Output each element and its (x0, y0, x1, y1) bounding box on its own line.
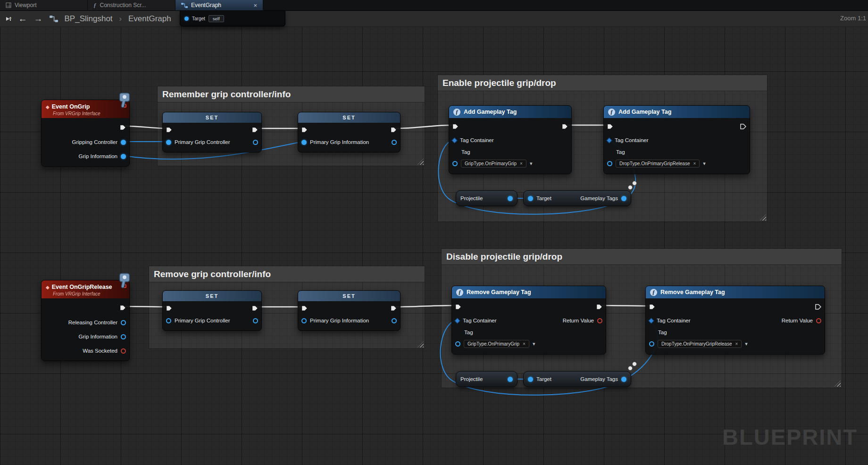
comment-header[interactable]: Remember grip controller/info (158, 86, 425, 102)
tag-container-pin[interactable] (606, 137, 612, 144)
close-tab-icon[interactable]: × (253, 2, 257, 8)
node-event-ongrip[interactable]: ◆Event OnGrip From VRGrip Interface Grip… (41, 100, 130, 167)
exec-in-pin[interactable] (166, 304, 172, 310)
set-node-header[interactable]: SET (298, 112, 400, 123)
exec-in-pin[interactable] (452, 123, 459, 128)
return-value-pin[interactable] (597, 318, 602, 323)
node-get-gameplay-tags[interactable]: Target Gameplay Tags (523, 190, 631, 206)
comment-resize-handle[interactable] (835, 380, 841, 387)
tag-pin[interactable] (452, 161, 458, 166)
comment-resize-handle[interactable] (417, 341, 424, 347)
exec-in-pin[interactable] (301, 304, 308, 310)
tag-pin[interactable] (455, 341, 460, 347)
target-in-pin[interactable] (528, 377, 533, 382)
breadcrumb-root[interactable]: BP_Slingshot (65, 14, 113, 24)
tag-value-chip[interactable]: DropType.OnPrimaryGripRelease× (616, 160, 700, 168)
value-out-pin[interactable] (253, 140, 258, 145)
exec-out-pin[interactable] (740, 123, 746, 128)
set-node-header[interactable]: SET (163, 112, 261, 123)
value-in-pin[interactable] (166, 318, 171, 323)
gameplay-tags-out-pin[interactable] (621, 196, 626, 201)
value-in-pin[interactable] (301, 140, 307, 145)
tag-dropdown-icon[interactable]: ▾ (703, 161, 706, 167)
tag-container-pin[interactable] (648, 318, 654, 324)
node-set-primary-grip-information-2[interactable]: SET Primary Grip Information (298, 290, 401, 331)
was-socketed-pin[interactable] (121, 348, 126, 354)
node-set-primary-grip-information[interactable]: SET Primary Grip Information (298, 112, 401, 152)
value-in-pin[interactable] (301, 318, 307, 323)
tag-value-chip[interactable]: DropType.OnPrimaryGripRelease× (658, 340, 742, 348)
exec-out-pin[interactable] (391, 304, 397, 310)
comment-header[interactable]: Enable projectile grip/drop (438, 75, 767, 91)
exec-out-pin[interactable] (391, 126, 397, 132)
target-default-value[interactable]: self (209, 15, 224, 22)
back-button[interactable]: ← (18, 14, 27, 23)
comment-header[interactable]: Remove grip controller/info (149, 266, 425, 282)
tag-pin[interactable] (649, 341, 654, 347)
value-out-pin[interactable] (392, 318, 397, 323)
return-value-pin[interactable] (816, 318, 821, 323)
node-projectile-getter[interactable]: Projectile (456, 190, 517, 206)
breadcrumb-current[interactable]: EventGraph (128, 14, 171, 24)
gripping-controller-pin[interactable] (121, 140, 126, 145)
exec-out-pin[interactable] (120, 124, 126, 129)
node-set-primary-grip-controller-2[interactable]: SET Primary Grip Controller (162, 290, 262, 331)
clear-tag-icon[interactable]: × (735, 341, 738, 347)
exec-in-pin[interactable] (607, 123, 613, 128)
exec-in-pin[interactable] (301, 126, 308, 132)
set-node-header[interactable]: SET (298, 291, 400, 301)
comment-header[interactable]: Disable projectile grip/drop (442, 249, 842, 265)
node-add-gameplay-tag-2[interactable]: ƒAdd Gameplay Tag Tag Container Tag Drop… (603, 105, 750, 174)
releasing-controller-pin[interactable] (121, 320, 126, 325)
exec-out-pin[interactable] (562, 123, 568, 128)
value-out-pin[interactable] (392, 140, 397, 145)
function-node-header[interactable]: ƒRemove Gameplay Tag (646, 286, 825, 298)
node-set-primary-grip-controller[interactable]: SET Primary Grip Controller (162, 112, 262, 152)
tab-construction-script[interactable]: ƒ Construction Scr... (88, 0, 175, 10)
tab-eventgraph[interactable]: EventGraph × (175, 0, 263, 10)
exec-out-pin[interactable] (120, 304, 126, 310)
node-get-gameplay-tags-2[interactable]: Target Gameplay Tags (523, 371, 631, 387)
grip-information-pin[interactable] (121, 334, 126, 339)
value-out-pin[interactable] (253, 318, 258, 323)
node-event-ongriprelease[interactable]: ◆Event OnGripRelease From VRGrip Interfa… (41, 280, 130, 361)
node-remove-gameplay-tag-2[interactable]: ƒRemove Gameplay Tag Tag Container Retur… (645, 286, 825, 355)
value-in-pin[interactable] (166, 140, 171, 145)
exec-in-pin[interactable] (166, 126, 172, 132)
projectile-out-pin[interactable] (508, 377, 513, 382)
projectile-out-pin[interactable] (508, 196, 513, 201)
tab-viewport[interactable]: Viewport (0, 0, 88, 10)
tag-dropdown-icon[interactable]: ▾ (530, 161, 533, 167)
function-node-header[interactable]: ƒAdd Gameplay Tag (449, 106, 571, 118)
exec-in-pin[interactable] (649, 303, 655, 309)
comment-resize-handle[interactable] (417, 159, 424, 165)
tag-dropdown-icon[interactable]: ▾ (533, 341, 535, 347)
tag-pin[interactable] (607, 161, 612, 166)
clear-tag-icon[interactable]: × (523, 341, 526, 347)
exec-out-pin[interactable] (252, 126, 258, 132)
tag-container-pin[interactable] (451, 137, 458, 144)
set-node-header[interactable]: SET (163, 291, 261, 301)
tag-dropdown-icon[interactable]: ▾ (745, 341, 748, 347)
target-in-pin[interactable] (528, 196, 533, 201)
exec-out-pin[interactable] (815, 303, 821, 309)
node-add-gameplay-tag-1[interactable]: ƒAdd Gameplay Tag Tag Container Tag Grip… (449, 105, 572, 174)
grip-information-pin[interactable] (121, 154, 126, 159)
forward-button[interactable]: → (34, 14, 43, 23)
clear-tag-icon[interactable]: × (520, 161, 523, 166)
clear-tag-icon[interactable]: × (693, 161, 696, 166)
node-remove-gameplay-tag-1[interactable]: ƒRemove Gameplay Tag Tag Container Retur… (451, 286, 606, 355)
function-node-header[interactable]: ƒAdd Gameplay Tag (604, 106, 750, 118)
tag-value-chip[interactable]: GripType.OnPrimaryGrip× (461, 160, 526, 168)
target-in-pin[interactable] (184, 17, 189, 21)
tag-value-chip[interactable]: GripType.OnPrimaryGrip× (464, 340, 529, 348)
clipped-node-target[interactable]: Target self (180, 11, 285, 26)
exec-out-pin[interactable] (252, 304, 258, 310)
node-projectile-getter-2[interactable]: Projectile (456, 371, 517, 387)
exec-out-pin[interactable] (596, 303, 602, 309)
exec-in-pin[interactable] (455, 303, 461, 309)
graph-nav-menu[interactable]: ▾ (6, 16, 12, 22)
function-node-header[interactable]: ƒRemove Gameplay Tag (452, 286, 606, 298)
comment-resize-handle[interactable] (760, 214, 766, 220)
gameplay-tags-out-pin[interactable] (621, 377, 626, 382)
